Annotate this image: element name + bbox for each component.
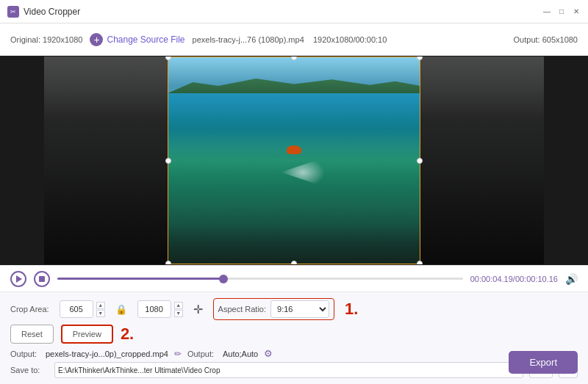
save-label: Save to: bbox=[10, 366, 49, 374]
output-value: Auto;Auto bbox=[223, 349, 258, 358]
save-row: Save to: ▼ 📂 bbox=[10, 362, 578, 378]
annotation-2: 2. bbox=[121, 325, 134, 344]
preview-button[interactable]: Preview bbox=[61, 325, 113, 344]
edit-icon[interactable]: ✏ bbox=[174, 349, 182, 359]
play-button[interactable] bbox=[10, 271, 26, 287]
close-button[interactable]: ✕ bbox=[572, 7, 581, 16]
change-source-label: Change Source File bbox=[107, 35, 184, 45]
aspect-ratio-label: Aspect Ratio: bbox=[218, 305, 266, 314]
top-bar: Original: 1920x1080 + Change Source File… bbox=[0, 23, 588, 56]
progress-fill bbox=[57, 278, 223, 280]
move-icon[interactable]: ✛ bbox=[193, 303, 203, 316]
output-label2: Output: bbox=[187, 349, 217, 358]
title-bar: ✂ Video Cropper — □ ✕ bbox=[0, 0, 588, 23]
bottom-section: Crop Area: ▲ ▼ 🔒 ▲ ▼ ✛ Aspect Ratio: bbox=[0, 291, 588, 384]
change-source-button[interactable]: + Change Source File bbox=[90, 33, 184, 46]
crop-area-label: Crop Area: bbox=[10, 305, 49, 314]
time-total: 00:00:10.16 bbox=[515, 275, 558, 283]
crop-region bbox=[168, 57, 420, 264]
volume-icon[interactable]: 🔊 bbox=[565, 273, 578, 285]
original-resolution: Original: 1920x1080 bbox=[10, 35, 82, 44]
output-label1: Output: bbox=[10, 349, 40, 358]
width-up-btn[interactable]: ▲ bbox=[96, 302, 105, 309]
minimize-button[interactable]: — bbox=[542, 7, 551, 16]
crop-waves bbox=[168, 119, 420, 264]
maximize-button[interactable]: □ bbox=[557, 7, 566, 16]
window-controls: — □ ✕ bbox=[542, 7, 581, 16]
width-spinner: ▲ ▼ bbox=[96, 302, 105, 317]
gear-icon[interactable]: ⚙ bbox=[264, 348, 273, 359]
controls-row2: Reset Preview 2. bbox=[10, 325, 578, 344]
crop-ocean bbox=[168, 57, 420, 264]
progress-thumb[interactable] bbox=[219, 275, 228, 283]
height-input[interactable] bbox=[137, 300, 171, 318]
stop-icon bbox=[39, 276, 45, 282]
play-icon bbox=[16, 275, 22, 283]
save-path-input[interactable] bbox=[54, 362, 523, 378]
reset-button[interactable]: Reset bbox=[10, 325, 54, 344]
output-row: Output: pexels-tracy-jo...0p)_cropped.mp… bbox=[10, 348, 578, 359]
playback-bar: 00:00:04.19/00:00:10.16 🔊 bbox=[0, 265, 588, 291]
progress-track[interactable] bbox=[57, 278, 463, 280]
aspect-ratio-group: Aspect Ratio: 9:16 Original Custom 1:1 4… bbox=[213, 298, 334, 320]
app-title: Video Cropper bbox=[24, 7, 542, 17]
export-button[interactable]: Export bbox=[509, 351, 578, 374]
file-resolution: 1920x1080/00:00:10 bbox=[313, 35, 387, 44]
lock-icon[interactable]: 🔒 bbox=[115, 304, 127, 315]
aspect-ratio-select[interactable]: 9:16 Original Custom 1:1 4:3 16:9 2.35:1 bbox=[270, 300, 329, 318]
time-display: 00:00:04.19/00:00:10.16 bbox=[470, 275, 558, 283]
video-frame bbox=[44, 57, 544, 264]
time-current: 00:00:04.19 bbox=[470, 275, 513, 283]
height-spinner: ▲ ▼ bbox=[174, 302, 183, 317]
controls-area: Crop Area: ▲ ▼ 🔒 ▲ ▼ ✛ Aspect Ratio: bbox=[0, 291, 588, 384]
file-info: pexels-tracy-j...76 (1080p).mp4 1920x108… bbox=[193, 35, 506, 44]
height-down-btn[interactable]: ▼ bbox=[174, 310, 183, 317]
height-up-btn[interactable]: ▲ bbox=[174, 302, 183, 309]
gray-right-overlay bbox=[420, 57, 544, 264]
filename: pexels-tracy-j...76 (1080p).mp4 bbox=[193, 35, 304, 44]
controls-row1: Crop Area: ▲ ▼ 🔒 ▲ ▼ ✛ Aspect Ratio: bbox=[10, 298, 578, 320]
output-info: Output: 605x1080 bbox=[514, 35, 578, 44]
height-input-group: ▲ ▼ bbox=[137, 300, 183, 318]
output-filename: pexels-tracy-jo...0p)_cropped.mp4 bbox=[46, 349, 168, 358]
annotation-1: 1. bbox=[345, 300, 358, 319]
plus-icon: + bbox=[90, 33, 103, 46]
gray-left-overlay bbox=[44, 57, 168, 264]
width-input[interactable] bbox=[60, 300, 93, 318]
stop-button[interactable] bbox=[34, 271, 50, 287]
width-down-btn[interactable]: ▼ bbox=[96, 310, 105, 317]
crop-mountains bbox=[168, 57, 420, 93]
width-input-group: ▲ ▼ bbox=[60, 300, 105, 318]
video-area bbox=[0, 56, 588, 265]
app-icon: ✂ bbox=[7, 6, 19, 18]
